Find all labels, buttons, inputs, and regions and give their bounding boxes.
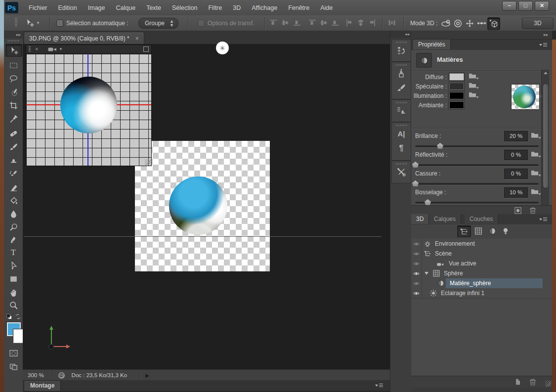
workspace-3d-button[interactable]: 3D [522,18,554,29]
document-close-icon[interactable]: × [135,35,139,42]
dodge-tool[interactable] [5,221,21,233]
reflectivite-slider-thumb[interactable] [412,162,419,168]
options-grip[interactable] [15,18,17,27]
swap-view-icon[interactable] [143,46,149,52]
render-icon[interactable] [514,207,521,214]
view-grip[interactable] [29,46,31,52]
menu-calque[interactable]: Calque [111,0,141,15]
align-right-icon[interactable] [369,19,376,27]
distribute-bottom-icon[interactable] [331,19,339,26]
hand-tool[interactable] [5,287,21,299]
transform-options-checkbox[interactable] [198,20,205,27]
history-panel-icon[interactable] [392,43,411,58]
properties-scrollbar-thumb[interactable] [543,84,549,188]
view-resize-grip[interactable] [145,159,151,165]
clone-stamp-tool[interactable] [5,154,21,166]
screen-mode-button[interactable] [5,360,21,372]
new-item-icon[interactable] [514,378,521,386]
zoom-level[interactable]: 300 % [28,372,44,378]
cassure-value[interactable]: 0 % [504,169,528,179]
bosselage-slider-thumb[interactable] [425,199,431,205]
pen-tool[interactable] [5,234,21,246]
move-tool[interactable] [5,44,22,57]
align-hcenter-icon[interactable] [357,19,364,27]
character-panel-icon[interactable]: A| [392,126,411,141]
tab-couches[interactable]: Couches [465,214,498,224]
filter-lights-icon[interactable] [499,225,512,236]
menu-fenetre[interactable]: Fenêtre [283,0,315,15]
menu-fichier[interactable]: Fichier [23,0,53,15]
3d-roll-mode-icon[interactable] [452,17,464,29]
quick-mask-button[interactable] [5,347,21,359]
filter-materials-icon[interactable] [486,225,499,236]
eye-icon[interactable] [411,249,422,259]
bosselage-texture-icon[interactable] [531,188,539,194]
diffuse-texture-icon[interactable] [469,73,476,79]
cassure-texture-icon[interactable] [531,170,539,175]
minimize-button[interactable]: – [502,1,516,11]
bosselage-slider[interactable] [415,202,539,204]
adobe-drive-icon[interactable]: ⓓ [58,372,65,379]
healing-brush-tool[interactable] [5,128,21,139]
crop-tool[interactable] [5,99,21,111]
tree-row-eclairage[interactable]: Eclairage infini 1 [411,288,552,299]
tools-grip[interactable] [8,40,19,42]
diffuse-swatch[interactable] [449,73,465,81]
distribute-vcenter-icon[interactable] [320,19,328,26]
eye-icon[interactable] [411,278,422,288]
distribute-top-icon[interactable] [308,19,316,26]
cassure-slider[interactable] [415,183,539,185]
distribute-spacing-icon[interactable] [388,19,396,26]
material-preview[interactable] [511,84,540,110]
move-tool-preset[interactable]: ▼ [26,19,40,27]
delete-item-icon[interactable] [529,378,536,386]
type-tool[interactable]: T [5,247,21,259]
menu-affichage[interactable]: Affichage [246,0,283,15]
brush-tool[interactable] [5,141,21,153]
properties-menu-icon[interactable] [539,43,547,47]
ambient-swatch[interactable] [449,101,465,109]
eraser-tool[interactable] [5,181,21,193]
timeline-tab[interactable]: Montage [24,380,61,391]
menu-edition[interactable]: Edition [53,0,83,15]
clone-source-panel-icon[interactable] [392,103,411,118]
panels-collapse-icon[interactable]: ▸▸ [411,31,552,40]
tree-row-matiere-sphere[interactable]: Matière_sphère [411,278,552,289]
timeline-menu-icon[interactable] [375,383,383,388]
paragraph-panel-icon[interactable]: ¶ [392,141,411,156]
history-brush-tool[interactable] [5,168,21,179]
menu-texte[interactable]: Texte [141,0,167,15]
3d-rotate-mode-icon[interactable] [440,17,452,29]
eye-icon[interactable] [411,259,422,268]
secondary-3d-view[interactable]: × ▼ [26,44,152,166]
illumination-swatch[interactable] [449,91,465,100]
eye-icon[interactable] [411,239,422,249]
align-vcenter-icon[interactable] [281,19,289,26]
illumination-texture-icon[interactable] [469,91,476,97]
reflectivite-slider[interactable] [415,164,539,166]
tree-row-vue-active[interactable]: Vue active [411,259,552,269]
auto-select-checkbox[interactable] [56,20,63,27]
menu-filtre[interactable]: Filtre [203,0,227,15]
menu-aide[interactable]: Aide [315,0,338,15]
scroll-up-icon[interactable] [544,72,548,74]
eye-icon[interactable] [411,288,422,298]
maximize-button[interactable]: □ [518,1,533,11]
specular-texture-icon[interactable] [469,82,476,88]
default-colors-icon[interactable] [6,313,12,320]
view-camera-icon[interactable] [48,47,57,52]
lasso-tool[interactable] [5,73,21,85]
eye-icon[interactable] [411,268,422,278]
document-tab[interactable]: 3D.PNG @ 300% (Calque 0, RVB/8) * × [24,32,144,44]
menu-image[interactable]: Image [83,0,111,15]
canvas[interactable]: × ▼ [23,44,390,369]
dock-expand-icon[interactable]: ◂◂ [390,31,412,38]
close-button[interactable]: ✕ [535,1,549,11]
path-selection-tool[interactable] [5,260,21,271]
3d-pan-mode-icon[interactable] [464,17,475,29]
tool-presets-panel-icon[interactable] [392,165,411,179]
reflectivite-value[interactable]: 0 % [504,150,528,160]
tree-row-scene[interactable]: Scène [411,249,552,259]
brillance-slider[interactable] [415,145,539,147]
3d-sphere-object[interactable] [169,176,227,235]
